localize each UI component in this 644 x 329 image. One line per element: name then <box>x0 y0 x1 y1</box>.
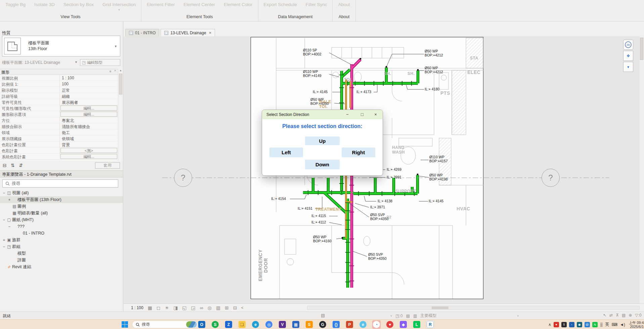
taskbar-app-chrome[interactable]: ◎ <box>265 320 273 329</box>
vertical-scrollbar[interactable] <box>639 36 644 303</box>
property-value[interactable]: 細緻 <box>60 93 118 99</box>
taskbar-app-red-app[interactable]: ♥ <box>386 320 394 329</box>
type-selector[interactable]: 樓板平面圖 13th Floor ▼ <box>2 36 120 56</box>
scrollbar-thumb[interactable] <box>432 306 448 309</box>
ribbon-item-isolate-3d[interactable]: Isolate 3D <box>34 2 55 11</box>
property-edit-button[interactable]: 編輯... <box>60 154 117 159</box>
crop-view-icon[interactable]: ◱ <box>182 305 186 311</box>
property-edit-button[interactable]: 編輯... <box>60 106 117 111</box>
temporary-hide-icon[interactable]: ∞ <box>200 305 203 311</box>
tree-item-item[interactable]: −◳群組 <box>0 243 123 250</box>
drag-on-selection-icon[interactable]: ⊕ <box>629 313 632 318</box>
tree-item-all[interactable]: ▦明細表/數量 (all) <box>0 210 123 216</box>
close-icon[interactable]: × <box>209 30 212 35</box>
project-browser-search[interactable] <box>2 179 118 188</box>
property-edit-button[interactable]: <無> <box>60 148 117 153</box>
scrollbar-thumb[interactable] <box>119 74 122 94</box>
tree-expander[interactable]: − <box>2 245 6 249</box>
minimize-button[interactable]: − <box>344 112 350 117</box>
close-icon[interactable]: × <box>373 112 379 117</box>
taskbar-app-edge[interactable]: e <box>251 320 260 329</box>
tray-at-icon[interactable]: @ <box>585 322 590 327</box>
view-selector[interactable]: 樓板平面圖: 13-LEVEL Drainage <box>2 60 74 66</box>
touch-keyboard-icon[interactable]: ⌨ <box>612 322 617 327</box>
taskbar-app-outlook[interactable]: O <box>198 320 206 329</box>
taskbar-app-grid-app[interactable]: ▦ <box>292 320 300 329</box>
tab-01-intro[interactable]: 01 - INTRO <box>125 29 159 36</box>
show-crop-icon[interactable]: ◲ <box>191 305 196 311</box>
sun-path-icon[interactable]: ☀ <box>165 305 169 311</box>
right-button[interactable]: Right <box>342 148 375 157</box>
property-edit-button[interactable]: 編輯... <box>60 112 117 117</box>
tray-expand-icon[interactable]: ∧ <box>548 322 551 327</box>
properties-group-header[interactable]: 圖形 ≡ ^ <box>0 69 118 75</box>
apply-button[interactable]: 套用 <box>95 162 120 169</box>
taskbar-app-github[interactable]: G <box>318 320 327 329</box>
tray-blue-icon[interactable]: ▫ <box>569 322 574 327</box>
properties-help-icon[interactable]: ⊟ <box>3 163 7 168</box>
ribbon-item-element-color[interactable]: Element Color <box>224 2 253 7</box>
tree-item-item[interactable]: +▣族群 <box>0 237 123 243</box>
taskbar-app-visual-studio[interactable]: V <box>278 320 287 329</box>
scale-button[interactable]: 1 : 100 <box>131 305 143 310</box>
dialog-titlebar[interactable]: Select Section Direction − □ × <box>262 110 383 119</box>
taskbar-app-blue-flag-app[interactable]: Z <box>224 320 233 329</box>
drawing-canvas[interactable]: 01 - INTRO13-LEVEL Drainage× TOI.MALE TO… <box>124 22 644 303</box>
taskbar-search[interactable]: 搜尋 <box>132 321 198 328</box>
tree-expander[interactable]: + <box>7 198 11 202</box>
ime-lang[interactable]: 英 <box>605 322 609 327</box>
up-button[interactable]: Up <box>305 136 340 145</box>
worksharing-icon[interactable]: ⊞ <box>225 305 229 311</box>
ribbon-item-about[interactable]: About <box>338 2 350 7</box>
property-value[interactable]: 展示兩者 <box>60 99 118 105</box>
shadows-icon[interactable]: ◨ <box>173 305 178 311</box>
taskbar-app-revit[interactable]: R <box>426 320 434 329</box>
worksets-icon[interactable]: ▤ <box>321 313 325 318</box>
visual-style-icon[interactable]: ◻ <box>157 305 161 311</box>
taskbar-app-ie-browser[interactable]: e <box>359 320 367 329</box>
zoom-button[interactable]: ▾ <box>623 62 633 72</box>
down-button[interactable]: Down <box>305 160 340 169</box>
select-underlay-icon[interactable]: ⇄ <box>609 313 613 318</box>
tray-teal-icon[interactable]: ◉ <box>577 322 582 327</box>
tree-item-13th-floor[interactable]: +樓板平面圖 (13th Floor) <box>0 196 123 203</box>
property-value[interactable]: 依領域 <box>60 135 118 141</box>
sort-grouping-icon[interactable]: ⇵ <box>19 163 23 168</box>
properties-scrollbar[interactable]: ▲ <box>118 69 123 161</box>
main-model-selector[interactable]: 主要模型 <box>420 313 436 319</box>
tree-item-mht[interactable]: −▢圖紙 (MHT) <box>0 216 123 223</box>
taskbar-app-vs-code[interactable]: {} <box>332 320 340 329</box>
ribbon-item-grid-intersection[interactable]: Grid Intersection▼ <box>102 2 136 11</box>
select-pinned-icon[interactable]: ⊼ <box>616 313 619 318</box>
design-options-icon[interactable]: ◳:0 <box>395 314 402 318</box>
chevron-down-icon[interactable]: ˅ <box>517 314 519 318</box>
ribbon-item-element-center[interactable]: Element Center <box>183 2 215 7</box>
horizontal-scrollbar[interactable] <box>307 306 640 310</box>
tree-expander[interactable]: − <box>2 218 6 222</box>
property-value[interactable]: 衛工 <box>60 129 118 135</box>
property-value[interactable]: 背景 <box>60 141 118 147</box>
tray-green-icon[interactable]: N <box>592 322 598 327</box>
scrollbar-thumb[interactable] <box>640 38 643 60</box>
taskbar-app-sublime-text[interactable]: S <box>305 320 313 329</box>
tree-item-item[interactable]: 模型 <box>0 250 123 257</box>
tree-item-item[interactable]: −??? <box>0 223 123 230</box>
maximize-button[interactable]: □ <box>359 112 365 117</box>
tree-item-all[interactable]: −◫視圖 (all) <box>0 190 123 196</box>
volume-icon[interactable]: ◄) <box>620 322 625 327</box>
taskbar-app-chat-app[interactable]: ◔ <box>372 320 381 329</box>
tree-item-01-intro[interactable]: 01 - INTRO <box>0 230 123 237</box>
collapse-chevron-icon[interactable]: < <box>241 305 244 310</box>
search-daily-image[interactable] <box>186 321 197 328</box>
chevron-down-icon[interactable]: ▼ <box>75 60 78 64</box>
tab-13-level-drainage[interactable]: 13-LEVEL Drainage× <box>161 29 215 36</box>
tree-expander[interactable]: + <box>2 238 6 242</box>
tree-expander[interactable]: − <box>2 191 6 195</box>
ribbon-item-export-schedule[interactable]: Export Schedule <box>264 2 297 7</box>
steering-wheel-2d-button[interactable]: 2D <box>623 40 633 50</box>
taskbar-app-powerpoint[interactable]: P <box>345 320 354 329</box>
collapse-icons[interactable]: ≡ ^ <box>110 70 117 73</box>
property-value[interactable]: 清除所有牆接合 <box>60 123 118 129</box>
tray-red-icon[interactable]: ♥ <box>554 322 559 327</box>
property-value[interactable]: 1 : 100 <box>60 75 118 81</box>
